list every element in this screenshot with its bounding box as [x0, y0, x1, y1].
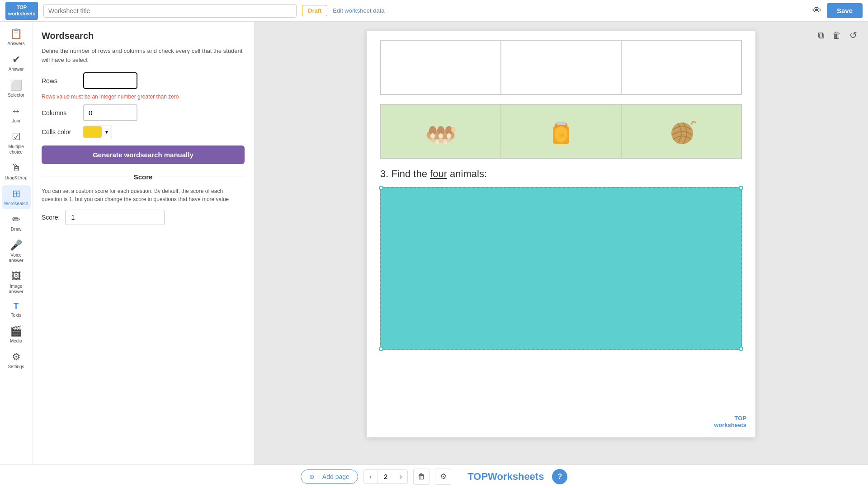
selector-icon: ⬜: [10, 80, 22, 91]
bottom-brand: TOPTOPWorksheetsWorksheets: [467, 471, 544, 483]
columns-input[interactable]: [83, 104, 137, 121]
sidebar-item-voice-answer[interactable]: 🎤 Voice answer: [2, 237, 31, 266]
settings-icon: ⚙: [12, 351, 21, 363]
image-grid-bottom: 🌼: [380, 104, 742, 159]
resize-handle-bottom-right[interactable]: [739, 347, 743, 351]
sidebar-item-answer[interactable]: ✔ Answer: [2, 51, 31, 75]
score-row: Score:: [42, 210, 245, 225]
settings-label: Settings: [8, 364, 24, 370]
image-answer-icon: 🖼: [11, 271, 21, 282]
resize-handle-bottom-left[interactable]: [379, 347, 383, 351]
answers-icon: 📋: [10, 28, 22, 40]
save-button[interactable]: Save: [827, 3, 863, 18]
page-settings-button[interactable]: ⚙: [435, 469, 451, 485]
top-bar: TOP worksheets Draft Edit worksheet data…: [0, 0, 868, 22]
image-cell-honey-jar: 🌼: [501, 104, 621, 159]
multiple-choice-label: Multiple choice: [4, 144, 29, 155]
selector-label: Selector: [8, 93, 24, 98]
columns-row: Columns: [42, 104, 245, 121]
sidebar-item-answers[interactable]: 📋 Answers: [2, 25, 31, 49]
score-input[interactable]: [65, 210, 165, 225]
svg-point-7: [447, 133, 451, 139]
logo: TOP worksheets: [5, 2, 38, 20]
image-grid-top: [380, 40, 742, 95]
svg-line-18: [693, 122, 696, 122]
worksheet-title-input[interactable]: [43, 4, 297, 18]
undo-button[interactable]: ↺: [848, 28, 859, 42]
delete-page-button[interactable]: 🗑: [413, 469, 429, 485]
watermark-line1: TOP: [714, 415, 746, 422]
sidebar-item-draw[interactable]: ✏ Draw: [2, 211, 31, 235]
watermark-line2: worksheets: [714, 422, 746, 428]
draw-icon: ✏: [12, 214, 20, 225]
page-watermark: TOP worksheets: [714, 415, 746, 428]
color-swatch-button[interactable]: ▼: [83, 126, 112, 138]
dragdrop-label: Drag&Drop: [5, 175, 27, 181]
sidebar-item-selector[interactable]: ⬜ Selector: [2, 77, 31, 101]
svg-point-5: [430, 133, 435, 139]
egg-carton-illustration: [423, 113, 459, 150]
panel-description: Define the number of rows and columns an…: [42, 47, 245, 64]
join-icon: ↔: [11, 105, 21, 117]
duplicate-button[interactable]: ⧉: [816, 28, 826, 42]
question-underline: four: [430, 168, 447, 179]
resize-handle-top-right[interactable]: [739, 186, 743, 190]
multiple-choice-icon: ☑: [12, 131, 21, 143]
wordsearch-label: Wordsearch: [4, 201, 28, 206]
resize-handle-top-left[interactable]: [379, 186, 383, 190]
color-swatch: [84, 126, 102, 138]
image-cell-egg-carton: [381, 104, 501, 159]
wordsearch-box[interactable]: [380, 187, 742, 350]
answers-label: Answers: [7, 41, 24, 47]
sidebar-item-join[interactable]: ↔ Join: [2, 103, 31, 127]
bottom-bar: ⊕ + Add page ‹ 2 › 🗑 ⚙ TOPTOPWorksheetsW…: [0, 465, 868, 488]
sidebar-item-wordsearch[interactable]: ⊞ Wordsearch: [2, 185, 31, 209]
add-page-icon: ⊕: [309, 473, 315, 480]
honey-jar-illustration: 🌼: [543, 113, 579, 150]
divider-line-right: [156, 177, 245, 177]
svg-point-10: [451, 127, 456, 132]
texts-label: Texts: [11, 313, 21, 318]
sidebar-item-media[interactable]: 🎬 Media: [2, 323, 31, 347]
rows-input[interactable]: [83, 72, 137, 89]
preview-button[interactable]: 👁: [812, 5, 821, 16]
svg-rect-13: [557, 122, 566, 125]
panel: Wordsearch Define the number of rows and…: [33, 22, 254, 465]
panel-title: Wordsearch: [42, 31, 245, 41]
draft-badge: Draft: [302, 5, 327, 16]
add-page-button[interactable]: ⊕ + Add page: [301, 469, 358, 484]
svg-text:🌼: 🌼: [558, 131, 565, 138]
generate-wordsearch-button[interactable]: Generate wordsearch manually: [42, 145, 245, 164]
wordsearch-icon: ⊞: [12, 188, 20, 200]
next-page-button[interactable]: ›: [394, 470, 407, 483]
voice-answer-icon: 🎤: [10, 239, 22, 251]
logo-line2: worksheets: [8, 11, 36, 17]
score-section-label: Score: [134, 173, 153, 181]
rows-error: Rows value must be an integer number gre…: [42, 94, 245, 100]
sidebar-item-settings[interactable]: ⚙ Settings: [2, 348, 31, 372]
topbar-right: 👁 Save: [812, 3, 863, 18]
image-answer-label: Image answer: [4, 284, 29, 295]
columns-label: Columns: [42, 109, 78, 117]
sidebar-item-dragdrop[interactable]: 🖱 Drag&Drop: [2, 160, 31, 183]
rows-row: Rows: [42, 72, 245, 89]
sidebar-item-texts[interactable]: T Texts: [2, 299, 31, 321]
brand-circle-icon: ?: [552, 469, 567, 484]
cells-color-label: Cells color: [42, 128, 78, 136]
prev-page-button[interactable]: ‹: [364, 470, 377, 483]
delete-button[interactable]: 🗑: [830, 28, 843, 42]
dragdrop-icon: 🖱: [11, 162, 21, 174]
image-cell-yarn-ball: [621, 104, 741, 159]
answer-icon: ✔: [12, 54, 20, 66]
svg-point-9: [443, 140, 447, 145]
score-divider: Score: [42, 173, 245, 181]
canvas-actions: ⧉ 🗑 ↺: [816, 28, 859, 42]
sidebar-item-multiple-choice[interactable]: ☑ Multiple choice: [2, 128, 31, 158]
svg-point-8: [435, 140, 439, 145]
media-label: Media: [10, 338, 22, 344]
voice-answer-label: Voice answer: [4, 253, 29, 263]
logo-line1: TOP: [17, 5, 27, 10]
image-cell-empty-2: [501, 40, 621, 94]
sidebar-item-image-answer[interactable]: 🖼 Image answer: [2, 268, 31, 297]
edit-worksheet-link[interactable]: Edit worksheet data: [333, 7, 384, 14]
